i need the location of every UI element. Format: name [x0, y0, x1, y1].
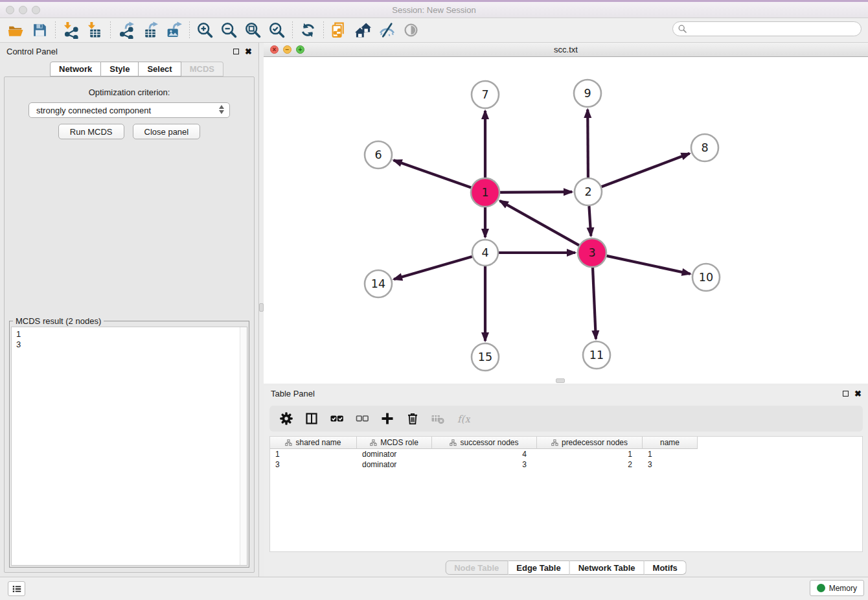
- graph-node-3[interactable]: 3: [578, 238, 606, 267]
- graph-node-15[interactable]: 15: [472, 343, 499, 371]
- graph-edge-3-1[interactable]: [500, 201, 579, 246]
- graph-edge-2-3[interactable]: [589, 206, 591, 236]
- show-panels-button[interactable]: [8, 581, 25, 596]
- graph-node-9[interactable]: 9: [574, 80, 601, 107]
- tab-network[interactable]: Network: [50, 62, 101, 76]
- network-zoom-button[interactable]: +: [296, 45, 304, 54]
- export-image-button[interactable]: [162, 20, 186, 41]
- table-cell[interactable]: 3: [643, 460, 698, 469]
- gear-button[interactable]: [278, 411, 294, 427]
- table-cell[interactable]: dominator: [357, 460, 432, 469]
- search-icon: [678, 25, 687, 33]
- zoom-fit-icon: [244, 21, 262, 39]
- table-cell[interactable]: 3: [432, 460, 537, 469]
- result-scrollbar[interactable]: [240, 327, 247, 565]
- tab-motifs[interactable]: Motifs: [645, 560, 687, 575]
- vertical-splitter-grip[interactable]: [259, 303, 264, 312]
- table-row[interactable]: 3dominator323: [270, 459, 862, 470]
- table-toolbar: f(x): [269, 406, 863, 432]
- export-table-button[interactable]: [138, 20, 162, 41]
- table-cell[interactable]: 4: [432, 450, 537, 459]
- graph-node-6[interactable]: 6: [365, 141, 392, 168]
- network-close-button[interactable]: ×: [270, 45, 279, 54]
- table-cell[interactable]: 1: [270, 450, 357, 459]
- tab-node-table[interactable]: Node Table: [445, 560, 508, 575]
- application-window: Session: New Session: [0, 0, 868, 600]
- delete-column-button[interactable]: [404, 411, 420, 427]
- graph-node-14[interactable]: 14: [365, 270, 392, 297]
- add-column-button[interactable]: [379, 411, 395, 427]
- mcds-result-text[interactable]: 1 3: [11, 327, 247, 566]
- column-header-predecessor-nodes[interactable]: predecessor nodes: [537, 437, 643, 449]
- eye-slash-button[interactable]: [375, 20, 399, 41]
- close-panel-button[interactable]: Close panel: [133, 124, 201, 139]
- graph-edge-1-6[interactable]: [394, 160, 472, 187]
- split-columns-button[interactable]: [303, 411, 319, 427]
- import-network-button[interactable]: [59, 20, 83, 41]
- open-session-button[interactable]: [4, 20, 28, 41]
- home-button[interactable]: [351, 20, 375, 41]
- graph-node-8[interactable]: 8: [691, 134, 718, 161]
- deselect-all-button[interactable]: [354, 411, 370, 427]
- tab-style[interactable]: Style: [101, 62, 139, 76]
- column-header-name[interactable]: name: [643, 437, 698, 449]
- graph-node-7[interactable]: 7: [472, 81, 499, 108]
- svg-text:4: 4: [481, 246, 488, 259]
- export-network-button[interactable]: [114, 20, 138, 41]
- graph-node-10[interactable]: 10: [692, 264, 720, 291]
- table-cell[interactable]: dominator: [357, 450, 432, 459]
- table-cell[interactable]: 1: [643, 450, 698, 459]
- tab-edge-table[interactable]: Edge Table: [508, 560, 569, 575]
- close-panel-icon[interactable]: ✖: [245, 47, 252, 56]
- table-cell[interactable]: 3: [270, 460, 357, 469]
- column-type-icon: [370, 439, 377, 446]
- graph-node-1[interactable]: 1: [471, 178, 499, 207]
- column-header-MCDS-role[interactable]: MCDS role: [357, 437, 432, 449]
- zoom-in-button[interactable]: [193, 20, 217, 41]
- tab-select[interactable]: Select: [139, 62, 181, 76]
- tab-mcds[interactable]: MCDS: [181, 62, 223, 76]
- svg-text:9: 9: [584, 87, 591, 100]
- graph-edge-4-14[interactable]: [394, 257, 472, 279]
- table-cell[interactable]: 1: [537, 450, 643, 459]
- zoom-fit-button[interactable]: [241, 20, 265, 41]
- table-row[interactable]: 1dominator411: [270, 449, 862, 459]
- control-panel-tabs: NetworkStyleSelectMCDS: [50, 62, 223, 76]
- tab-network-table[interactable]: Network Table: [570, 560, 645, 575]
- search-input[interactable]: [690, 24, 861, 34]
- zoom-out-button[interactable]: [217, 20, 241, 41]
- close-table-panel-icon[interactable]: ✖: [854, 389, 862, 398]
- graph-edge-3-11[interactable]: [593, 268, 596, 339]
- graph-edge-1-2[interactable]: [500, 192, 572, 192]
- column-header-shared-name[interactable]: shared name: [270, 437, 357, 449]
- network-minimize-button[interactable]: −: [283, 45, 291, 54]
- graph-edge-3-10[interactable]: [607, 256, 691, 274]
- graph-node-4[interactable]: 4: [472, 240, 498, 266]
- optimization-criterion-dropdown[interactable]: strongly connected component: [29, 102, 230, 118]
- table-header-row: shared name MCDS role successor nodes pr…: [270, 437, 862, 449]
- float-table-panel-icon[interactable]: [843, 391, 849, 397]
- import-table-icon: [86, 21, 104, 39]
- memory-button[interactable]: Memory: [810, 580, 864, 596]
- zoom-selected-button[interactable]: [265, 20, 289, 41]
- graph-edge-2-9[interactable]: [588, 110, 588, 178]
- network-canvas[interactable]: 7 9 6 8 1 2 4 3 14 10 15 11: [264, 57, 868, 383]
- table-panel: Table Panel ✖ f(x) shared name: [264, 386, 868, 577]
- graph-node-11[interactable]: 11: [583, 341, 610, 369]
- refresh-network-button[interactable]: [296, 20, 320, 41]
- float-panel-icon[interactable]: [233, 49, 239, 54]
- run-mcds-button[interactable]: Run MCDS: [58, 124, 124, 139]
- import-table-button[interactable]: [83, 20, 107, 41]
- table-cell[interactable]: 2: [537, 460, 643, 469]
- horizontal-splitter-grip[interactable]: [556, 378, 565, 383]
- column-header-successor-nodes[interactable]: successor nodes: [432, 437, 537, 449]
- graph-edge-2-8[interactable]: [602, 154, 690, 187]
- search-box[interactable]: [672, 21, 862, 36]
- clone-network-button[interactable]: [327, 20, 351, 41]
- column-type-icon: [285, 439, 292, 446]
- graph-node-2[interactable]: 2: [575, 178, 602, 205]
- network-window-title: scc.txt: [264, 43, 868, 56]
- save-session-button[interactable]: [28, 20, 52, 41]
- export-network-icon: [117, 21, 135, 39]
- select-all-button[interactable]: [328, 411, 345, 427]
